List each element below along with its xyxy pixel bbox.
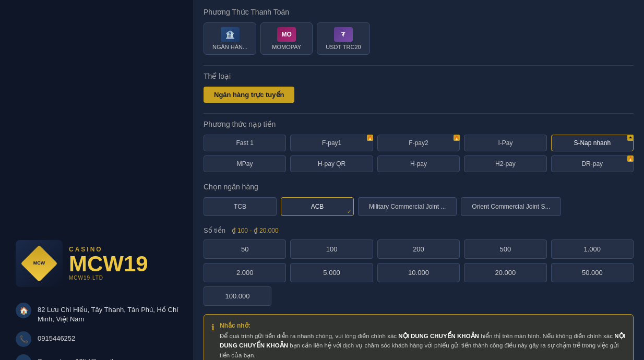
form-section: Phương Thức Thanh Toán 🏦 NGÂN HÀN... MO … — [193, 0, 644, 360]
snap-badge: ★ — [627, 135, 634, 141]
pay-fpay1[interactable]: F-pay1 🔥 — [290, 135, 373, 151]
bank-acb[interactable]: ACB — [281, 197, 354, 216]
sidebar: MCW CASINO MCW19 MCW19.LTD 🏠 82 Lưu Chí … — [0, 0, 193, 360]
amount-1000[interactable]: 1.000 — [551, 239, 634, 259]
pay-ipay[interactable]: I-Pay — [464, 135, 546, 151]
amount-50[interactable]: 50 — [204, 239, 286, 259]
amount-label: Số tiền ₫ 100 - ₫ 20.000 — [204, 226, 634, 234]
notice-box: ℹ Nhắc nhở: Để quá trình gửi tiền diễn r… — [204, 314, 634, 360]
bank-grid: TCB ACB Military Commercial Joint ... Or… — [204, 197, 634, 216]
payment-btn-momo[interactable]: MO MOMOPAY — [260, 22, 313, 55]
contact-list: 🏠 82 Lưu Chí Hiếu, Tây Thạnh, Tân Phú, H… — [16, 303, 183, 360]
bank-mcb[interactable]: Military Commercial Joint ... — [358, 197, 457, 216]
bank-icon: 🏦 — [221, 27, 240, 42]
highlight-1: NỘI DUNG CHUYỂN KHOẢN — [398, 333, 479, 339]
bank-select-section: Chọn ngân hàng TCB ACB Military Commerci… — [204, 183, 634, 216]
amount-section: Số tiền ₫ 100 - ₫ 20.000 50 100 200 500 … — [204, 226, 634, 306]
category-section: Thể loại Ngân hàng trực tuyến — [204, 72, 634, 103]
momo-icon: MO — [277, 27, 296, 42]
payment-section-title: Phương Thức Thanh Toán — [204, 8, 634, 16]
logo-area: MCW CASINO MCW19 MCW19.LTD — [16, 240, 183, 287]
category-title: Thể loại — [204, 72, 634, 80]
email-icon: ✉ — [16, 354, 31, 360]
logo-subtitle: MCW19.LTD — [69, 275, 148, 281]
bank-select-title: Chọn ngân hàng — [204, 183, 634, 191]
fpay1-badge: 🔥 — [367, 135, 373, 141]
logo-text-area: CASINO MCW19 MCW19.LTD — [69, 246, 148, 281]
home-icon: 🏠 — [16, 303, 31, 318]
payment-methods-section: Phương Thức Thanh Toán 🏦 NGÂN HÀN... MO … — [204, 8, 634, 55]
email-text: Supportmcw19ltd@gmail.com — [38, 357, 128, 360]
amount-range: ₫ 100 - ₫ 20.000 — [232, 227, 279, 234]
usdt-icon: ₮ — [334, 27, 353, 42]
address-text: 82 Lưu Chí Hiếu, Tây Thạnh, Tân Phú, Hồ … — [38, 305, 183, 324]
info-icon: ℹ — [211, 322, 214, 360]
bank-label: NGÂN HÀN... — [212, 44, 247, 50]
contact-address: 🏠 82 Lưu Chí Hiếu, Tây Thạnh, Tân Phú, H… — [16, 303, 183, 324]
drpay-badge: 🔥 — [627, 155, 634, 162]
amount-200[interactable]: 200 — [377, 239, 460, 259]
notice-title: Nhắc nhở: — [220, 322, 626, 329]
amount-row-single: 100.000 — [204, 286, 634, 306]
logo-brand: MCW19 — [69, 253, 148, 275]
pay-hpay[interactable]: H-pay — [377, 155, 460, 172]
divider-1 — [204, 65, 634, 66]
amount-100000[interactable]: 100.000 — [204, 286, 271, 306]
pay-methods-section: Phương thức nạp tiền Fast 1 F-pay1 🔥 F-p… — [204, 120, 634, 172]
category-online-bank-btn[interactable]: Ngân hàng trực tuyến — [204, 87, 294, 103]
pay-drpay[interactable]: DR-pay 🔥 — [551, 155, 634, 172]
pay-h2pay[interactable]: H2-pay — [464, 155, 546, 172]
phone-icon: 📞 — [16, 331, 31, 347]
amount-50000[interactable]: 50.000 — [551, 263, 634, 282]
payment-methods-row: 🏦 NGÂN HÀN... MO MOMOPAY ₮ USDT TRC20 — [204, 22, 634, 55]
notice-body: Để quá trình gửi tiền diễn ra nhanh chón… — [220, 331, 626, 360]
phone-text: 0915446252 — [38, 334, 75, 343]
notice-content: Nhắc nhở: Để quá trình gửi tiền diễn ra … — [220, 322, 626, 360]
pay-methods-grid: Fast 1 F-pay1 🔥 F-pay2 🔥 I-Pay S-Nap nha… — [204, 135, 634, 172]
pay-hpayqr[interactable]: H-pay QR — [290, 155, 373, 172]
pay-fast1[interactable]: Fast 1 — [204, 135, 286, 151]
usdt-label: USDT TRC20 — [326, 44, 361, 50]
amount-2000[interactable]: 2.000 — [204, 263, 286, 282]
divider-2 — [204, 113, 634, 114]
amount-100[interactable]: 100 — [290, 239, 373, 259]
payment-btn-bank[interactable]: 🏦 NGÂN HÀN... — [204, 22, 256, 55]
bank-tcb[interactable]: TCB — [204, 197, 277, 216]
amount-5000[interactable]: 5.000 — [290, 263, 373, 282]
contact-email: ✉ Supportmcw19ltd@gmail.com — [16, 354, 183, 360]
contact-phone: 📞 0915446252 — [16, 331, 183, 347]
pay-methods-title: Phương thức nạp tiền — [204, 120, 634, 128]
amount-20000[interactable]: 20.000 — [464, 263, 546, 282]
logo-box: MCW — [16, 240, 63, 287]
amount-500[interactable]: 500 — [464, 239, 546, 259]
amount-grid: 50 100 200 500 1.000 2.000 5.000 10.000 … — [204, 239, 634, 282]
momo-label: MOMOPAY — [272, 44, 301, 50]
pay-fpay2[interactable]: F-pay2 🔥 — [377, 135, 460, 151]
amount-10000[interactable]: 10.000 — [377, 263, 460, 282]
pay-snap[interactable]: S-Nap nhanh ★ — [551, 135, 634, 151]
fpay2-badge: 🔥 — [454, 135, 460, 141]
payment-btn-usdt[interactable]: ₮ USDT TRC20 — [317, 22, 369, 55]
bank-orient[interactable]: Orient Commercial Joint S... — [461, 197, 561, 216]
main-content: Phương Thức Thanh Toán 🏦 NGÂN HÀN... MO … — [193, 0, 644, 360]
pay-mpay[interactable]: MPay — [204, 155, 286, 172]
